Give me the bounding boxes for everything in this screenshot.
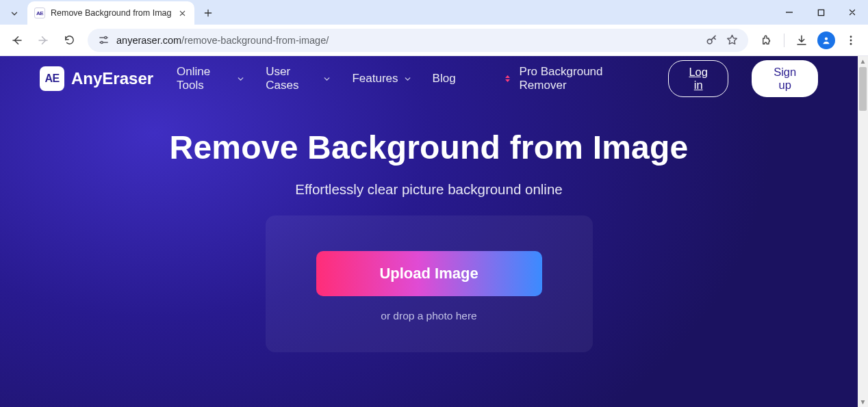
scroll-up-button[interactable]: ▲ [858, 56, 868, 66]
nav-label: Features [352, 72, 398, 86]
nav-label: User Cases [266, 65, 318, 92]
brand-link[interactable]: AE AnyEraser [40, 66, 153, 91]
brand-logo-icon: AE [40, 66, 64, 91]
window-controls [774, 0, 868, 25]
url-text: anyeraser.com/remove-background-from-ima… [116, 35, 698, 46]
nav-label: Online Tools [177, 65, 231, 92]
download-icon [795, 34, 808, 47]
tab-title: Remove Background from Imag [51, 8, 171, 18]
key-icon [705, 34, 719, 47]
reload-icon [64, 34, 75, 46]
scroll-down-button[interactable]: ▼ [858, 397, 868, 407]
nav-label: Pro Background Remover [520, 65, 645, 92]
download-app-icon [502, 73, 513, 84]
new-tab-button[interactable] [199, 3, 218, 23]
browser-tab-active[interactable]: AE Remove Background from Imag [27, 1, 194, 25]
puzzle-icon [761, 34, 773, 47]
maximize-icon [817, 9, 825, 16]
close-icon [179, 10, 186, 17]
arrow-right-icon [37, 34, 49, 47]
arrow-left-icon [11, 34, 23, 47]
svg-point-4 [825, 37, 828, 40]
nav-reload-button[interactable] [58, 29, 81, 52]
chevron-down-icon [403, 75, 412, 83]
nav-pro-background-remover[interactable]: Pro Background Remover [502, 65, 645, 92]
brand-name: AnyEraser [71, 69, 153, 88]
nav-online-tools[interactable]: Online Tools [177, 65, 245, 92]
avatar-icon [817, 31, 835, 49]
nav-user-cases[interactable]: User Cases [266, 65, 331, 92]
chrome-menu-button[interactable] [839, 29, 863, 52]
upload-dropzone[interactable]: Upload Image or drop a photo here [266, 215, 593, 352]
nav-back-button[interactable] [5, 29, 29, 52]
chevron-down-icon [10, 9, 19, 18]
scrollbar-thumb[interactable] [859, 67, 867, 111]
svg-point-6 [850, 39, 852, 41]
browser-toolbar: anyeraser.com/remove-background-from-ima… [0, 25, 868, 56]
favicon-icon: AE [34, 8, 45, 18]
window-close-button[interactable] [837, 0, 868, 25]
tune-icon [98, 34, 110, 46]
page-viewport: AE AnyEraser Online Tools User Cases Fea… [0, 56, 868, 407]
svg-point-1 [104, 36, 106, 38]
site-header: AE AnyEraser Online Tools User Cases Fea… [0, 56, 858, 101]
plus-icon [203, 8, 213, 18]
kebab-icon [845, 34, 857, 47]
page-subtitle: Effortlessly clear picture background on… [0, 181, 858, 198]
nav-features[interactable]: Features [352, 72, 411, 86]
bookmark-button[interactable] [726, 34, 739, 47]
nav-label: Blog [433, 72, 456, 86]
drop-hint: or drop a photo here [381, 310, 476, 322]
main-nav: Online Tools User Cases Features Blog [177, 65, 456, 92]
downloads-button[interactable] [790, 29, 813, 52]
url-path: /remove-background-from-image/ [181, 35, 329, 46]
window-maximize-button[interactable] [805, 0, 837, 25]
address-bar[interactable]: anyeraser.com/remove-background-from-ima… [88, 29, 748, 52]
scrollbar-track[interactable]: ▲ ▼ [858, 56, 868, 407]
tab-search-button[interactable] [4, 4, 25, 23]
chevron-down-icon [236, 75, 245, 83]
upload-image-button[interactable]: Upload Image [316, 251, 542, 296]
login-button[interactable]: Log in [668, 60, 728, 97]
separator [784, 34, 784, 47]
star-icon [726, 34, 739, 47]
svg-rect-0 [818, 10, 824, 15]
svg-point-2 [101, 41, 103, 43]
nav-blog[interactable]: Blog [433, 72, 456, 86]
browser-titlebar: AE Remove Background from Imag [0, 0, 868, 25]
window-minimize-button[interactable] [774, 0, 805, 25]
chevron-down-icon [322, 75, 331, 83]
svg-point-5 [850, 36, 852, 38]
page-title: Remove Background from Image [0, 129, 858, 166]
extensions-button[interactable] [755, 29, 778, 52]
profile-button[interactable] [815, 29, 838, 52]
svg-point-7 [850, 42, 852, 44]
url-host: anyeraser.com [116, 35, 181, 46]
hero-section: Remove Background from Image Effortlessl… [0, 101, 858, 352]
tab-close-button[interactable] [177, 8, 188, 18]
minimize-icon [785, 8, 793, 16]
signup-button[interactable]: Sign up [752, 60, 818, 97]
site-settings-button[interactable] [97, 34, 110, 47]
nav-forward-button[interactable] [31, 29, 55, 52]
password-key-button[interactable] [705, 34, 719, 47]
page-body: AE AnyEraser Online Tools User Cases Fea… [0, 56, 858, 407]
close-icon [848, 8, 856, 16]
